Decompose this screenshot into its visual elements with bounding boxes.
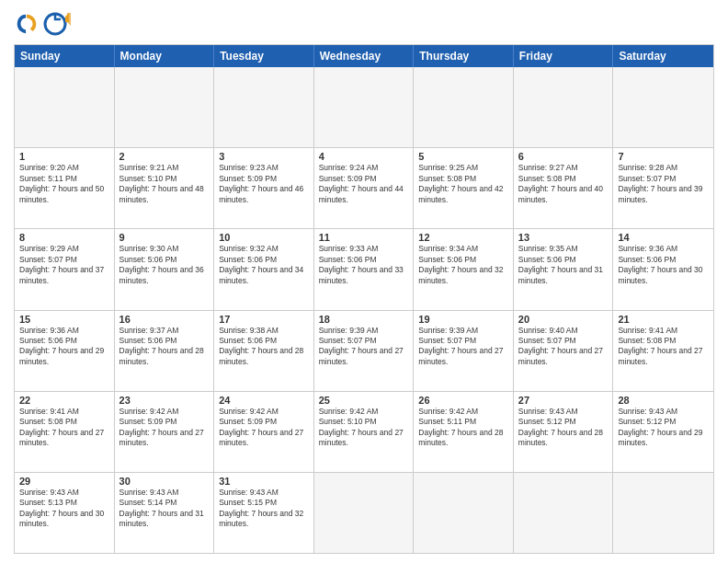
calendar-cell: 30Sunrise: 9:43 AMSunset: 5:14 PMDayligh… [115, 473, 215, 553]
cell-info: Sunrise: 9:42 AMSunset: 5:09 PMDaylight:… [119, 407, 210, 449]
day-number: 3 [219, 151, 309, 162]
calendar-row-1: 1Sunrise: 9:20 AMSunset: 5:11 PMDaylight… [15, 147, 713, 228]
calendar-cell: 25Sunrise: 9:42 AMSunset: 5:10 PMDayligh… [314, 392, 415, 472]
calendar-cell: 12Sunrise: 9:34 AMSunset: 5:06 PMDayligh… [414, 229, 514, 309]
day-number: 20 [518, 314, 609, 325]
calendar-cell [414, 67, 514, 147]
day-number: 23 [119, 395, 210, 406]
logo-icon [14, 11, 40, 37]
calendar-cell: 16Sunrise: 9:37 AMSunset: 5:06 PMDayligh… [115, 311, 215, 391]
cell-info: Sunrise: 9:43 AMSunset: 5:13 PMDaylight:… [19, 488, 109, 530]
calendar-cell: 28Sunrise: 9:43 AMSunset: 5:12 PMDayligh… [613, 392, 713, 472]
cell-info: Sunrise: 9:23 AMSunset: 5:09 PMDaylight:… [219, 163, 309, 205]
calendar-cell [214, 67, 314, 147]
calendar-cell: 1Sunrise: 9:20 AMSunset: 5:11 PMDaylight… [15, 148, 115, 228]
calendar-cell: 9Sunrise: 9:30 AMSunset: 5:06 PMDaylight… [115, 229, 215, 309]
calendar-cell: 23Sunrise: 9:42 AMSunset: 5:09 PMDayligh… [115, 392, 215, 472]
day-number: 31 [219, 476, 309, 487]
cell-info: Sunrise: 9:29 AMSunset: 5:07 PMDaylight:… [19, 244, 109, 286]
calendar-cell [314, 67, 415, 147]
cell-info: Sunrise: 9:30 AMSunset: 5:06 PMDaylight:… [119, 244, 210, 286]
cell-info: Sunrise: 9:21 AMSunset: 5:10 PMDaylight:… [119, 163, 210, 205]
calendar-cell: 6Sunrise: 9:27 AMSunset: 5:08 PMDaylight… [514, 148, 614, 228]
calendar-cell: 20Sunrise: 9:40 AMSunset: 5:07 PMDayligh… [514, 311, 614, 391]
header-day-sunday: Sunday [15, 45, 115, 67]
day-number: 15 [19, 314, 109, 325]
day-number: 21 [618, 314, 709, 325]
calendar-cell: 5Sunrise: 9:25 AMSunset: 5:08 PMDaylight… [414, 148, 514, 228]
cell-info: Sunrise: 9:34 AMSunset: 5:06 PMDaylight:… [418, 244, 508, 286]
calendar-cell [15, 67, 115, 147]
day-number: 30 [119, 476, 210, 487]
cell-info: Sunrise: 9:33 AMSunset: 5:06 PMDaylight:… [319, 244, 409, 286]
day-number: 6 [518, 151, 609, 162]
calendar-cell: 29Sunrise: 9:43 AMSunset: 5:13 PMDayligh… [15, 473, 115, 553]
cell-info: Sunrise: 9:27 AMSunset: 5:08 PMDaylight:… [518, 163, 609, 205]
calendar-row-0 [15, 67, 713, 147]
cell-info: Sunrise: 9:36 AMSunset: 5:06 PMDaylight:… [618, 244, 709, 286]
calendar-cell: 13Sunrise: 9:35 AMSunset: 5:06 PMDayligh… [514, 229, 614, 309]
calendar-cell [613, 67, 713, 147]
calendar-cell: 19Sunrise: 9:39 AMSunset: 5:07 PMDayligh… [414, 311, 514, 391]
day-number: 2 [119, 151, 210, 162]
cell-info: Sunrise: 9:43 AMSunset: 5:14 PMDaylight:… [119, 488, 210, 530]
cell-info: Sunrise: 9:42 AMSunset: 5:10 PMDaylight:… [319, 407, 409, 449]
cell-info: Sunrise: 9:41 AMSunset: 5:08 PMDaylight:… [618, 326, 709, 368]
calendar-row-2: 8Sunrise: 9:29 AMSunset: 5:07 PMDaylight… [15, 228, 713, 309]
day-number: 27 [518, 395, 609, 406]
day-number: 8 [19, 232, 109, 243]
calendar: SundayMondayTuesdayWednesdayThursdayFrid… [14, 44, 714, 554]
cell-info: Sunrise: 9:41 AMSunset: 5:08 PMDaylight:… [19, 407, 109, 449]
header-day-monday: Monday [115, 45, 215, 67]
calendar-cell: 4Sunrise: 9:24 AMSunset: 5:09 PMDaylight… [314, 148, 415, 228]
cell-info: Sunrise: 9:20 AMSunset: 5:11 PMDaylight:… [19, 163, 109, 205]
day-number: 10 [219, 232, 309, 243]
day-number: 14 [618, 232, 709, 243]
calendar-cell [514, 67, 614, 147]
calendar-cell: 8Sunrise: 9:29 AMSunset: 5:07 PMDaylight… [15, 229, 115, 309]
calendar-cell [115, 67, 215, 147]
calendar-cell: 24Sunrise: 9:42 AMSunset: 5:09 PMDayligh… [214, 392, 314, 472]
cell-info: Sunrise: 9:37 AMSunset: 5:06 PMDaylight:… [119, 326, 210, 368]
cell-info: Sunrise: 9:43 AMSunset: 5:12 PMDaylight:… [518, 407, 609, 449]
day-number: 16 [119, 314, 210, 325]
cell-info: Sunrise: 9:25 AMSunset: 5:08 PMDaylight:… [418, 163, 508, 205]
header-day-tuesday: Tuesday [214, 45, 314, 67]
calendar-header: SundayMondayTuesdayWednesdayThursdayFrid… [15, 45, 713, 67]
cell-info: Sunrise: 9:43 AMSunset: 5:15 PMDaylight:… [219, 488, 309, 530]
cell-info: Sunrise: 9:32 AMSunset: 5:06 PMDaylight:… [219, 244, 309, 286]
day-number: 7 [618, 151, 709, 162]
day-number: 22 [19, 395, 109, 406]
day-number: 18 [319, 314, 409, 325]
cell-info: Sunrise: 9:35 AMSunset: 5:06 PMDaylight:… [518, 244, 609, 286]
header-day-wednesday: Wednesday [314, 45, 415, 67]
day-number: 25 [319, 395, 409, 406]
calendar-cell: 27Sunrise: 9:43 AMSunset: 5:12 PMDayligh… [514, 392, 614, 472]
day-number: 13 [518, 232, 609, 243]
calendar-cell: 10Sunrise: 9:32 AMSunset: 5:06 PMDayligh… [214, 229, 314, 309]
calendar-row-4: 22Sunrise: 9:41 AMSunset: 5:08 PMDayligh… [15, 391, 713, 472]
calendar-body: 1Sunrise: 9:20 AMSunset: 5:11 PMDaylight… [15, 67, 713, 553]
cell-info: Sunrise: 9:39 AMSunset: 5:07 PMDaylight:… [418, 326, 508, 368]
calendar-cell: 17Sunrise: 9:38 AMSunset: 5:06 PMDayligh… [214, 311, 314, 391]
cell-info: Sunrise: 9:42 AMSunset: 5:11 PMDaylight:… [418, 407, 508, 449]
cell-info: Sunrise: 9:28 AMSunset: 5:07 PMDaylight:… [618, 163, 709, 205]
day-number: 5 [418, 151, 508, 162]
calendar-cell: 3Sunrise: 9:23 AMSunset: 5:09 PMDaylight… [214, 148, 314, 228]
calendar-cell [314, 473, 415, 553]
general-blue-logo-svg [43, 9, 73, 39]
calendar-cell: 11Sunrise: 9:33 AMSunset: 5:06 PMDayligh… [314, 229, 415, 309]
calendar-cell [613, 473, 713, 553]
calendar-cell: 22Sunrise: 9:41 AMSunset: 5:08 PMDayligh… [15, 392, 115, 472]
page: SundayMondayTuesdayWednesdayThursdayFrid… [0, 0, 728, 563]
calendar-cell: 18Sunrise: 9:39 AMSunset: 5:07 PMDayligh… [314, 311, 415, 391]
day-number: 4 [319, 151, 409, 162]
day-number: 19 [418, 314, 508, 325]
calendar-cell: 14Sunrise: 9:36 AMSunset: 5:06 PMDayligh… [613, 229, 713, 309]
header-day-thursday: Thursday [414, 45, 514, 67]
day-number: 11 [319, 232, 409, 243]
day-number: 24 [219, 395, 309, 406]
cell-info: Sunrise: 9:42 AMSunset: 5:09 PMDaylight:… [219, 407, 309, 449]
logo [14, 9, 74, 39]
logo-text-block [43, 9, 74, 39]
